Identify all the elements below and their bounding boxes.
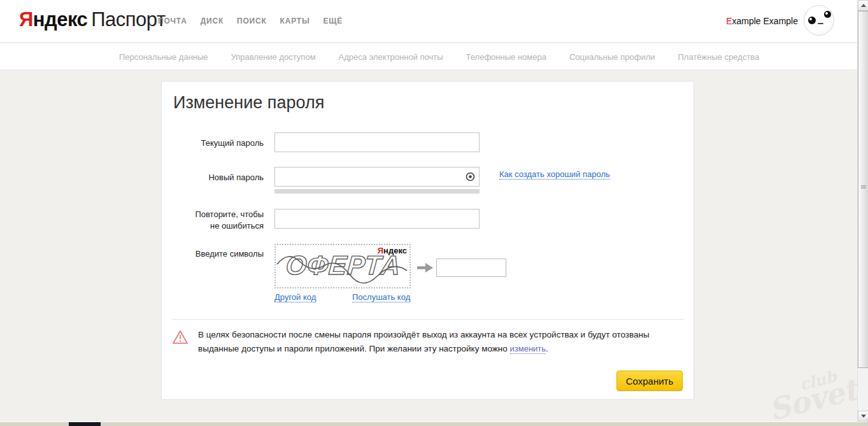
repeat-password-input[interactable]	[274, 209, 480, 229]
current-password-label: Текущий пароль	[162, 138, 264, 149]
captcha-code-input[interactable]	[436, 259, 506, 277]
tab-personal-data[interactable]: Персональные данные	[119, 52, 208, 62]
tab-phone-numbers[interactable]: Телефонные номера	[466, 52, 546, 62]
section-divider	[173, 319, 684, 320]
new-password-input[interactable]	[274, 167, 480, 187]
scroll-down-icon	[861, 415, 866, 418]
vertical-scrollbar[interactable]	[857, 0, 868, 422]
avatar-right-eye	[824, 11, 831, 18]
sovetclub-watermark: club Sovet	[764, 366, 860, 422]
logo-product: Паспорт	[91, 8, 165, 31]
yandex-passport-page: ЯндексПаспорт ПОЧТА ДИСК ПОИСК КАРТЫ ЕЩЁ…	[0, 0, 868, 426]
warning-text: В целях безопасности после смены пароля …	[198, 328, 682, 357]
change-setting-link[interactable]: изменить	[510, 344, 546, 354]
repeat-label-line1: Повторите, чтобы	[195, 209, 264, 219]
password-strength-bar	[274, 189, 480, 194]
show-password-eye-icon[interactable]	[465, 171, 476, 182]
scrollbar-down-button[interactable]	[858, 411, 868, 422]
tab-payment-methods[interactable]: Платёжные средства	[678, 52, 760, 62]
current-password-input[interactable]	[274, 132, 480, 152]
logo-brand: ндекс	[33, 8, 88, 31]
header: ЯндексПаспорт ПОЧТА ДИСК ПОИСК КАРТЫ ЕЩЁ…	[0, 0, 857, 43]
warning-text-before: В целях безопасности после смены пароля …	[198, 330, 650, 353]
user-name[interactable]: Example Example	[726, 16, 798, 26]
password-change-card: Изменение пароля Текущий пароль Новый па…	[161, 81, 694, 400]
page-title: Изменение пароля	[173, 93, 324, 113]
tab-email-addresses[interactable]: Адреса электронной почты	[339, 52, 443, 62]
captcha-label: Введите символы	[162, 248, 264, 260]
new-password-label: Новый пароль	[162, 172, 264, 183]
nav-link-more[interactable]: ЕЩЁ	[324, 17, 343, 25]
taskbar-edge-segment	[69, 422, 101, 426]
password-hint-link[interactable]: Как создать хороший пароль	[499, 169, 610, 180]
logo-letter: Я	[19, 8, 33, 31]
scroll-up-icon	[861, 4, 866, 7]
repeat-password-label: Повторите, чтобы не ошибиться	[162, 209, 264, 232]
user-name-rest: xample Example	[732, 16, 799, 26]
top-nav: ПОЧТА ДИСК ПОИСК КАРТЫ ЕЩЁ	[158, 17, 343, 25]
new-password-wrapper	[274, 167, 480, 187]
nav-link-maps[interactable]: КАРТЫ	[280, 17, 310, 25]
nav-link-search[interactable]: ПОИСК	[237, 17, 267, 25]
nav-link-mail[interactable]: ПОЧТА	[158, 17, 187, 25]
user-avatar[interactable]	[804, 5, 834, 36]
warning-text-after: .	[546, 344, 548, 353]
repeat-label-line2: не ошибиться	[210, 221, 264, 231]
section-tabs-bar: Персональные данные Управление доступом …	[0, 43, 857, 70]
taskbar-edge	[0, 422, 868, 426]
warning-triangle-icon	[172, 330, 189, 347]
avatar-left-eye	[808, 17, 816, 24]
nav-link-disk[interactable]: ДИСК	[201, 17, 224, 25]
tab-social-profiles[interactable]: Социальные профили	[569, 52, 655, 62]
save-button[interactable]: Сохранить	[616, 371, 683, 391]
scrollbar-thumb[interactable]	[858, 11, 868, 368]
other-code-link[interactable]: Другой код	[274, 292, 316, 302]
scrollbar-up-button[interactable]	[858, 0, 868, 11]
section-tabs: Персональные данные Управление доступом …	[119, 43, 759, 70]
captcha-image: ОФЕРТА Яндекс	[274, 244, 411, 288]
yandex-passport-logo[interactable]: ЯндексПаспорт	[19, 8, 166, 31]
user-name-first-letter: E	[726, 16, 732, 26]
captcha-yandex-logo: Яндекс	[378, 246, 407, 255]
listen-code-link[interactable]: Послушать код	[352, 292, 410, 302]
captcha-arrow-icon	[416, 262, 434, 276]
tab-access-control[interactable]: Управление доступом	[231, 52, 316, 62]
scrollbar-grip	[861, 185, 866, 189]
avatar-mouth	[818, 23, 823, 24]
